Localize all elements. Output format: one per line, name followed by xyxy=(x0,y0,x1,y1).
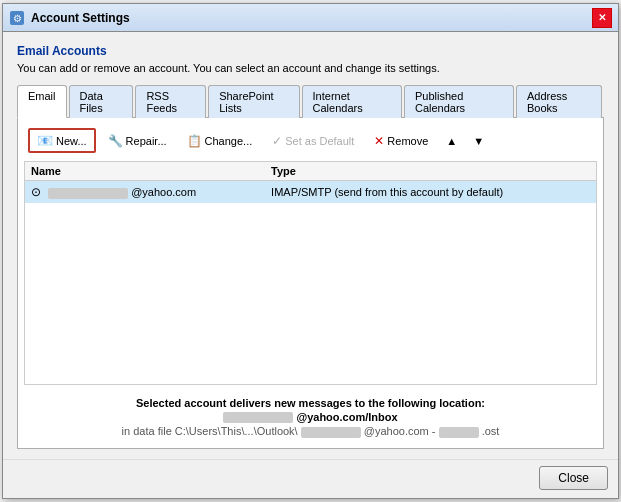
tabs-container: Email Data Files RSS Feeds SharePoint Li… xyxy=(17,84,604,449)
account-settings-window: ⚙ Account Settings ✕ Email Accounts You … xyxy=(2,3,619,499)
datafile-ext-blurred xyxy=(439,427,479,438)
account-name-suffix: @yahoo.com xyxy=(131,186,196,198)
section-title: Email Accounts xyxy=(17,44,604,58)
move-down-button[interactable]: ▼ xyxy=(467,131,490,151)
new-account-button[interactable]: 📧 New... xyxy=(28,128,96,153)
tab-rss-feeds[interactable]: RSS Feeds xyxy=(135,85,206,118)
title-bar: ⚙ Account Settings ✕ xyxy=(3,4,618,32)
tab-internet-calendars[interactable]: Internet Calendars xyxy=(302,85,402,118)
window-title: Account Settings xyxy=(31,11,592,25)
window-icon: ⚙ xyxy=(9,10,25,26)
footer-account-line: @yahoo.com/Inbox xyxy=(28,411,593,424)
account-inbox-suffix: @yahoo.com/Inbox xyxy=(296,411,397,423)
footer-line1: Selected account delivers new messages t… xyxy=(28,397,593,409)
change-button[interactable]: 📋 Change... xyxy=(179,130,261,152)
tab-sharepoint-lists[interactable]: SharePoint Lists xyxy=(208,85,299,118)
change-label: Change... xyxy=(205,135,253,147)
tab-email[interactable]: Email xyxy=(17,85,67,118)
change-icon: 📋 xyxy=(187,134,202,148)
account-type-cell: IMAP/SMTP (send from this account by def… xyxy=(265,181,596,204)
account-inbox-blurred xyxy=(223,412,293,423)
repair-button[interactable]: 🔧 Repair... xyxy=(100,130,175,152)
table-row[interactable]: ⊙ @yahoo.com IMAP/SMTP (send from this a… xyxy=(25,181,596,204)
set-default-label: Set as Default xyxy=(285,135,354,147)
new-icon: 📧 xyxy=(37,133,53,148)
datafile-prefix: in data file C:\Users\This\...\Outlook\ xyxy=(122,425,298,437)
datafile-ext: .ost xyxy=(482,425,500,437)
close-button[interactable]: Close xyxy=(539,466,608,490)
account-icon: ⊙ xyxy=(31,185,41,199)
window-footer: Close xyxy=(3,459,618,498)
col-type-header: Type xyxy=(265,162,596,181)
accounts-table: Name Type ⊙ @yahoo.com xyxy=(24,161,597,385)
tab-address-books[interactable]: Address Books xyxy=(516,85,602,118)
section-description: You can add or remove an account. You ca… xyxy=(17,62,604,74)
datafile-suffix: @yahoo.com - xyxy=(364,425,436,437)
tab-data-files[interactable]: Data Files xyxy=(69,85,134,118)
email-tab-panel: 📧 New... 🔧 Repair... 📋 Change... ✓ Set a… xyxy=(17,118,604,449)
account-name-blurred xyxy=(48,188,128,199)
footer-datafile-line: in data file C:\Users\This\...\Outlook\ … xyxy=(28,425,593,438)
new-label: New... xyxy=(56,135,87,147)
col-name-header: Name xyxy=(25,162,265,181)
close-window-button[interactable]: ✕ xyxy=(592,8,612,28)
tab-row: Email Data Files RSS Feeds SharePoint Li… xyxy=(17,84,604,118)
svg-text:⚙: ⚙ xyxy=(13,13,22,24)
account-name-cell: ⊙ @yahoo.com xyxy=(25,181,265,204)
remove-label: Remove xyxy=(387,135,428,147)
checkmark-icon: ✓ xyxy=(272,134,282,148)
repair-label: Repair... xyxy=(126,135,167,147)
window-content: Email Accounts You can add or remove an … xyxy=(3,32,618,459)
remove-button[interactable]: ✕ Remove xyxy=(366,130,436,152)
account-toolbar: 📧 New... 🔧 Repair... 📋 Change... ✓ Set a… xyxy=(24,124,597,157)
tab-published-calendars[interactable]: Published Calendars xyxy=(404,85,514,118)
remove-icon: ✕ xyxy=(374,134,384,148)
datafile-blurred xyxy=(301,427,361,438)
set-default-button[interactable]: ✓ Set as Default xyxy=(264,130,362,152)
repair-icon: 🔧 xyxy=(108,134,123,148)
footer-info: Selected account delivers new messages t… xyxy=(24,393,597,442)
move-up-button[interactable]: ▲ xyxy=(440,131,463,151)
